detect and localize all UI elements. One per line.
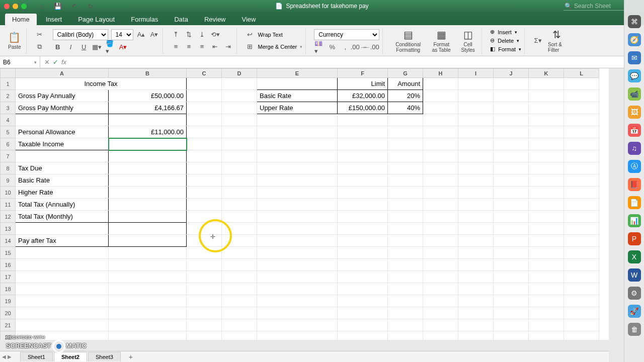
cell-K14[interactable] [529,235,564,247]
cell-B6[interactable] [109,138,187,150]
cell-H15[interactable] [423,247,458,259]
cell-K6[interactable] [529,138,564,150]
cell-A12[interactable]: Total Tax (Monthly) [16,211,109,223]
cell-I20[interactable] [458,307,494,319]
decrease-decimal-icon[interactable]: ←.00 [366,42,376,52]
cell-L17[interactable] [564,271,599,283]
cell-F6[interactable] [338,138,388,150]
cell-A11[interactable]: Total Tax (Annually) [16,199,109,211]
cell-I6[interactable] [458,138,494,150]
cell-L8[interactable] [564,162,599,174]
cell-D22[interactable] [222,331,257,340]
cell-A10[interactable]: Higher Rate [16,187,109,199]
cell-G22[interactable] [388,331,423,340]
cell-K7[interactable] [529,150,564,162]
cell-D1[interactable] [222,78,257,90]
sheet-tab-3[interactable]: Sheet3 [88,352,121,361]
cell-G5[interactable] [388,126,423,138]
cell-D15[interactable] [222,247,257,259]
cell-D19[interactable] [222,295,257,307]
cell-J17[interactable] [494,271,529,283]
cell-C7[interactable] [187,150,222,162]
cell-J19[interactable] [494,295,529,307]
cell-F20[interactable] [338,307,388,319]
cell-B22[interactable] [109,331,187,340]
cell-B3[interactable]: £4,166.67 [109,102,187,114]
number-format-select[interactable]: Currency [314,29,379,40]
cell-E16[interactable] [257,259,338,271]
cell-L22[interactable] [564,331,599,340]
increase-font-icon[interactable]: A▴ [136,30,146,40]
cell-C8[interactable] [187,162,222,174]
decrease-font-icon[interactable]: A▾ [149,30,159,40]
cell-K11[interactable] [529,199,564,211]
cell-K16[interactable] [529,259,564,271]
cell-I2[interactable] [458,90,494,102]
cell-F16[interactable] [338,259,388,271]
cell-L10[interactable] [564,187,599,199]
cell-G12[interactable] [388,211,423,223]
cell-D3[interactable] [222,102,257,114]
dock-settings[interactable]: ⚙ [628,287,641,300]
cell-J6[interactable] [494,138,529,150]
indent-increase-icon[interactable]: ⇥ [223,42,233,52]
cell-L18[interactable] [564,283,599,295]
cell-I13[interactable] [458,223,494,235]
delete-cells-button[interactable]: Delete [498,38,514,44]
cell-J3[interactable] [494,102,529,114]
zoom-window[interactable] [21,4,27,9]
tab-home[interactable]: Home [5,14,37,25]
cell-J16[interactable] [494,259,529,271]
currency-icon[interactable]: 💷▾ [314,42,324,52]
dock-ibooks[interactable]: 📕 [628,178,641,191]
name-box-dropdown-icon[interactable]: ▾ [34,60,37,65]
tab-page-layout[interactable]: Page Layout [71,14,122,25]
cell-B18[interactable] [109,283,187,295]
cell-B7[interactable] [109,150,187,162]
cell-L15[interactable] [564,247,599,259]
cell-D14[interactable] [222,235,257,247]
cell-D6[interactable] [222,138,257,150]
cell-H2[interactable] [423,90,458,102]
cell-J14[interactable] [494,235,529,247]
cell-G14[interactable] [388,235,423,247]
sheet-tab-1[interactable]: Sheet1 [20,352,53,361]
cell-K2[interactable] [529,90,564,102]
cell-B11[interactable] [109,199,187,211]
cell-K5[interactable] [529,126,564,138]
indent-decrease-icon[interactable]: ⇤ [210,42,220,52]
cell-F14[interactable] [338,235,388,247]
cell-D18[interactable] [222,283,257,295]
cell-F5[interactable] [338,126,388,138]
cell-G19[interactable] [388,295,423,307]
borders-button[interactable]: ▦▾ [92,42,102,52]
cell-A19[interactable] [16,295,109,307]
cell-J4[interactable] [494,114,529,126]
cell-L16[interactable] [564,259,599,271]
cell-F17[interactable] [338,271,388,283]
cell-C22[interactable] [187,331,222,340]
cell-E12[interactable] [257,211,338,223]
cell-K1[interactable] [529,78,564,90]
cell-A6[interactable]: Taxable Income [16,138,109,150]
search-box[interactable]: 🔍 Search Sheet [564,2,624,11]
cell-I21[interactable] [458,319,494,331]
cell-J12[interactable] [494,211,529,223]
cell-C16[interactable] [187,259,222,271]
cell-L14[interactable] [564,235,599,247]
cell-E22[interactable] [257,331,338,340]
cell-A14[interactable]: Pay after Tax [16,235,109,247]
dock-excel[interactable]: X [628,250,641,263]
cell-D8[interactable] [222,162,257,174]
cell-B2[interactable]: £50,000.00 [109,90,187,102]
cell-A8[interactable]: Tax Due [16,162,109,174]
orientation-icon[interactable]: ⟲▾ [210,30,220,40]
cell-C19[interactable] [187,295,222,307]
cell-A7[interactable] [16,150,109,162]
sheet-tab-2[interactable]: Sheet2 [54,352,87,361]
cell-J18[interactable] [494,283,529,295]
cell-C9[interactable] [187,174,222,187]
cell-G9[interactable] [388,174,423,187]
fx-icon[interactable]: fx [61,58,66,66]
cell-E21[interactable] [257,319,338,331]
